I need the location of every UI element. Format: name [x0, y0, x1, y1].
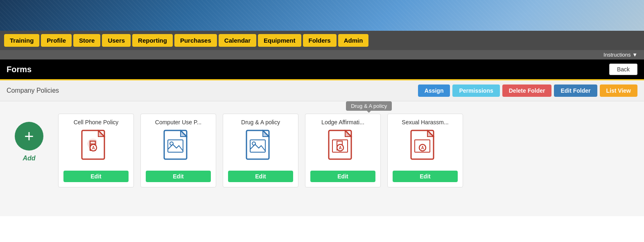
nav-bar: Training Profile Store Users Reporting P… — [0, 31, 644, 50]
file-card-4: Sexual Harassm... A Edit — [387, 114, 463, 187]
permissions-button[interactable]: Permissions — [452, 84, 499, 97]
list-view-button[interactable]: List View — [600, 84, 637, 97]
nav-item-users[interactable]: Users — [102, 34, 131, 47]
file-card-3: Lodge Affirmati... A Edit — [305, 114, 381, 187]
folder-bar: Company Policies Assign Permissions Dele… — [0, 80, 644, 101]
svg-text:A: A — [421, 146, 424, 150]
img-icon-1 — [162, 130, 195, 167]
back-button[interactable]: Back — [609, 64, 637, 75]
add-icon: + — [15, 122, 43, 151]
nav-item-profile[interactable]: Profile — [41, 34, 72, 47]
pdf-icon-0: A A — [80, 130, 113, 167]
file-card-2: Drug & A policy Edit — [223, 114, 298, 187]
edit-button-4[interactable]: Edit — [393, 171, 458, 182]
nav-item-purchases[interactable]: Purchases — [174, 34, 217, 47]
edit-folder-button[interactable]: Edit Folder — [554, 84, 597, 97]
card-title-2: Drug & A policy — [228, 119, 293, 126]
nav-item-calendar[interactable]: Calendar — [219, 34, 256, 47]
forms-bar: Forms Back — [0, 59, 644, 80]
card-title-0: Cell Phone Policy — [63, 119, 129, 126]
nav-item-folders[interactable]: Folders — [303, 34, 337, 47]
img-icon-2 — [244, 130, 277, 167]
header-banner — [0, 0, 644, 31]
nav-item-admin[interactable]: Admin — [338, 34, 369, 47]
card-title-1: Computer Use P... — [146, 119, 211, 126]
tooltip: Drug & A policy — [346, 101, 392, 111]
cards-row: + Add Cell Phone Policy A A Edit — [7, 114, 637, 187]
instructions-bar: Instructions ▼ — [0, 50, 644, 59]
edit-button-3[interactable]: Edit — [310, 171, 375, 182]
add-label: Add — [23, 155, 35, 162]
edit-button-1[interactable]: Edit — [146, 171, 211, 182]
main-content: Drug & A policy + Add Cell Phone Policy … — [0, 101, 644, 216]
svg-text:A: A — [92, 146, 95, 150]
card-title-4: Sexual Harassm... — [393, 119, 458, 126]
edit-button-2[interactable]: Edit — [228, 171, 293, 182]
folder-title: Company Policies — [7, 87, 59, 94]
instructions-link[interactable]: Instructions ▼ — [603, 52, 637, 58]
card-title-3: Lodge Affirmati... — [310, 119, 375, 126]
edit-button-0[interactable]: Edit — [63, 171, 129, 182]
nav-item-reporting[interactable]: Reporting — [132, 34, 173, 47]
pdf-icon-4: A — [409, 130, 442, 167]
nav-item-equipment[interactable]: Equipment — [258, 34, 301, 47]
file-card-1: Computer Use P... Edit — [140, 114, 216, 187]
add-card[interactable]: + Add — [7, 114, 52, 170]
file-card-0: Cell Phone Policy A A Edit — [58, 114, 134, 187]
nav-item-store[interactable]: Store — [73, 34, 100, 47]
pdf-icon-3: A — [327, 130, 359, 167]
svg-text:A: A — [339, 146, 341, 150]
forms-title: Forms — [7, 65, 32, 74]
assign-button[interactable]: Assign — [418, 84, 450, 97]
nav-item-training[interactable]: Training — [4, 34, 39, 47]
delete-folder-button[interactable]: Delete Folder — [502, 84, 552, 97]
folder-actions: Assign Permissions Delete Folder Edit Fo… — [418, 84, 637, 97]
